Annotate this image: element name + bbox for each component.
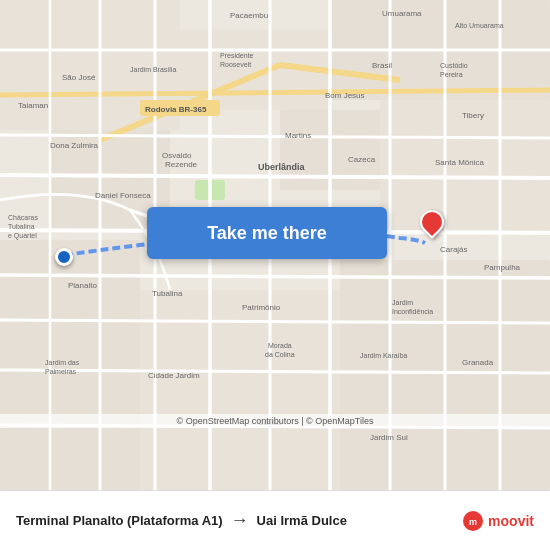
svg-text:Custódio: Custódio <box>440 62 468 69</box>
svg-text:Pereira: Pereira <box>440 71 463 78</box>
map-container: Pacaembu Umuarama Alto Umuarama Custódio… <box>0 0 550 490</box>
svg-text:Pacaembu: Pacaembu <box>230 11 268 20</box>
moovit-icon: m <box>462 510 484 532</box>
svg-text:Umuarama: Umuarama <box>382 9 422 18</box>
svg-text:Jardim das: Jardim das <box>45 359 80 366</box>
svg-text:Planalto: Planalto <box>68 281 97 290</box>
svg-text:Rezende: Rezende <box>165 160 198 169</box>
svg-text:Alto Umuarama: Alto Umuarama <box>455 22 504 29</box>
svg-text:São José: São José <box>62 73 96 82</box>
svg-text:Jardim: Jardim <box>392 299 413 306</box>
svg-text:Cazeca: Cazeca <box>348 155 376 164</box>
svg-text:Inconfidência: Inconfidência <box>392 308 433 315</box>
svg-text:Presidente: Presidente <box>220 52 254 59</box>
svg-text:m: m <box>469 517 477 527</box>
svg-text:Tibery: Tibery <box>462 111 484 120</box>
origin-pin <box>55 248 73 266</box>
route-to: Uai Irmã Dulce <box>257 513 347 528</box>
svg-text:Granada: Granada <box>462 358 494 367</box>
map-attribution: © OpenStreetMap contributors | © OpenMap… <box>0 414 550 428</box>
svg-text:Uberlândia: Uberlândia <box>258 162 306 172</box>
svg-text:Tubalina: Tubalina <box>152 289 183 298</box>
route-from: Terminal Planalto (Plataforma A1) <box>16 513 223 528</box>
destination-pin <box>420 210 444 234</box>
svg-text:Rodovia BR-365: Rodovia BR-365 <box>145 105 207 114</box>
route-arrow: → <box>231 510 249 531</box>
svg-text:Carajás: Carajás <box>440 245 468 254</box>
svg-text:Jardim Sul: Jardim Sul <box>370 433 408 442</box>
svg-text:Dona Zulmira: Dona Zulmira <box>50 141 99 150</box>
svg-text:Santa Mônica: Santa Mônica <box>435 158 484 167</box>
svg-text:Roosevelt: Roosevelt <box>220 61 251 68</box>
pin-body-red <box>415 205 449 239</box>
svg-text:Osvaldo: Osvaldo <box>162 151 192 160</box>
route-info: Terminal Planalto (Plataforma A1) → Uai … <box>16 510 462 531</box>
svg-text:Daniel Fonseca: Daniel Fonseca <box>95 191 151 200</box>
svg-text:Chácaras: Chácaras <box>8 214 38 221</box>
svg-text:e Quartel: e Quartel <box>8 232 37 240</box>
svg-text:Tubalina: Tubalina <box>8 223 35 230</box>
svg-text:Palmeiras: Palmeiras <box>45 368 77 375</box>
svg-text:Martins: Martins <box>285 131 311 140</box>
svg-text:Taiaman: Taiaman <box>18 101 48 110</box>
svg-text:Pampulha: Pampulha <box>484 263 521 272</box>
bottom-bar: Terminal Planalto (Plataforma A1) → Uai … <box>0 490 550 550</box>
take-me-there-button[interactable]: Take me there <box>147 207 387 259</box>
svg-text:Jardim Brasília: Jardim Brasília <box>130 66 176 73</box>
svg-text:Morada: Morada <box>268 342 292 349</box>
svg-text:Jardim Karaíba: Jardim Karaíba <box>360 352 408 359</box>
moovit-name: moovit <box>488 513 534 529</box>
svg-text:Cidade Jardim: Cidade Jardim <box>148 371 200 380</box>
svg-text:Patrimônio: Patrimônio <box>242 303 281 312</box>
svg-text:Bom Jesus: Bom Jesus <box>325 91 365 100</box>
moovit-logo: m moovit <box>462 510 534 532</box>
pin-body-blue <box>55 248 73 266</box>
svg-text:da Colina: da Colina <box>265 351 295 358</box>
svg-text:Brasil: Brasil <box>372 61 392 70</box>
